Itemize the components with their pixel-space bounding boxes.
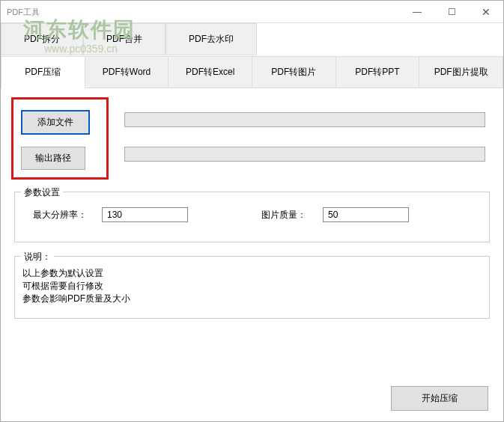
maximize-button[interactable]: ☐ [434, 1, 469, 22]
params-fieldset: 参数设置 最大分辨率： 图片质量： [14, 192, 490, 242]
tab-pdf-to-word[interactable]: PDF转Word [85, 56, 169, 88]
param-image-quality: 图片质量： [254, 207, 409, 222]
add-file-button[interactable]: 添加文件 [21, 110, 90, 135]
tab-pdf-compress[interactable]: PDF压缩 [1, 56, 85, 88]
tab-pdf-split[interactable]: PDF拆分 [1, 23, 83, 55]
image-quality-input[interactable] [323, 207, 409, 222]
description-legend: 说明： [21, 251, 54, 263]
window-title: PDF工具 [1, 1, 400, 22]
max-resolution-label: 最大分辨率： [33, 209, 93, 221]
tab-pdf-remove-watermark[interactable]: PDF去水印 [166, 23, 257, 55]
start-compress-button[interactable]: 开始压缩 [391, 386, 488, 411]
output-path-button[interactable]: 输出路径 [21, 147, 85, 170]
param-max-resolution: 最大分辨率： [25, 207, 188, 222]
tab-pdf-extract-image[interactable]: PDF图片提取 [419, 56, 503, 88]
tabs-top: PDF拆分 PDF合并 PDF去水印 [1, 23, 503, 56]
close-button[interactable]: ✕ [469, 1, 503, 22]
tab-pdf-merge[interactable]: PDF合并 [83, 23, 166, 55]
params-legend: 参数设置 [21, 186, 63, 199]
tab-pdf-to-excel[interactable]: PDF转Excel [168, 56, 252, 88]
tab-pdf-to-image[interactable]: PDF转图片 [252, 56, 336, 88]
description-line1: 以上参数为默认设置 [22, 267, 482, 280]
description-fieldset: 说明： 以上参数为默认设置 可根据需要自行修改 参数会影响PDF质量及大小 [14, 256, 490, 319]
file-buttons-highlight: 添加文件 输出路径 [11, 97, 109, 180]
description-line2: 可根据需要自行修改 [22, 280, 482, 293]
image-quality-label: 图片质量： [261, 209, 314, 221]
description-line3: 参数会影响PDF质量及大小 [22, 293, 482, 305]
tab-pdf-to-ppt[interactable]: PDF转PPT [336, 56, 420, 88]
title-bar: PDF工具 — ☐ ✕ [1, 1, 503, 23]
output-file-path[interactable] [124, 147, 485, 162]
minimize-button[interactable]: — [400, 1, 434, 22]
max-resolution-input[interactable] [102, 207, 188, 222]
tabs-bottom: PDF压缩 PDF转Word PDF转Excel PDF转图片 PDF转PPT … [1, 56, 503, 88]
content-pane: 添加文件 输出路径 参数设置 最大分辨率： 图片质量： 说明： 以上参数为默认设… [1, 88, 503, 332]
input-file-path[interactable] [124, 112, 485, 127]
param-row: 最大分辨率： 图片质量： [25, 207, 479, 222]
